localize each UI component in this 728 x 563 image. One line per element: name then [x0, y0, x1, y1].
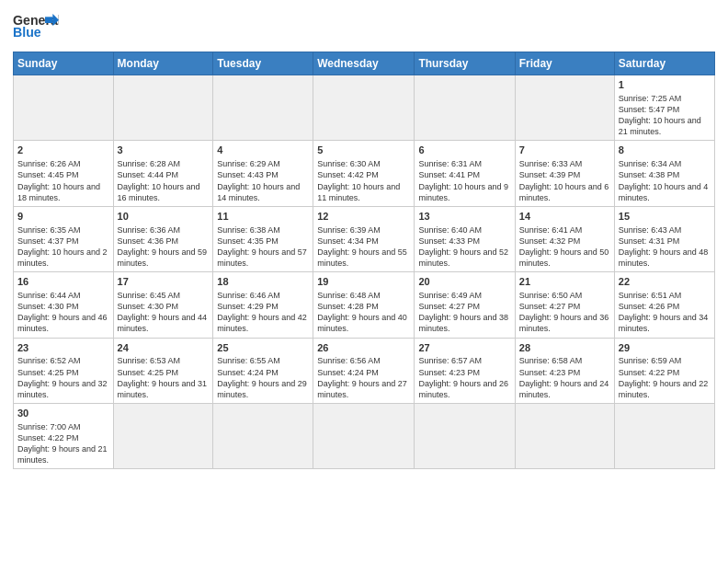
day-info: Sunrise: 6:28 AM Sunset: 4:44 PM Dayligh… — [118, 158, 210, 203]
day-number: 30 — [17, 407, 109, 420]
calendar-day-cell: 26Sunrise: 6:56 AM Sunset: 4:24 PM Dayli… — [313, 338, 415, 403]
day-number: 11 — [217, 210, 309, 224]
day-number: 12 — [317, 210, 410, 224]
calendar-day-cell — [415, 75, 515, 141]
day-number: 9 — [17, 210, 109, 224]
calendar-table: SundayMondayTuesdayWednesdayThursdayFrid… — [13, 52, 715, 469]
day-number: 7 — [519, 144, 610, 157]
calendar-day-cell: 13Sunrise: 6:40 AM Sunset: 4:33 PM Dayli… — [415, 206, 515, 271]
calendar-week-row: 16Sunrise: 6:44 AM Sunset: 4:30 PM Dayli… — [14, 272, 715, 338]
svg-text:Blue: Blue — [13, 25, 41, 40]
day-info: Sunrise: 6:59 AM Sunset: 4:22 PM Dayligh… — [619, 355, 711, 400]
header: General Blue — [13, 9, 715, 46]
calendar-day-cell — [14, 75, 114, 141]
day-number: 16 — [17, 275, 109, 289]
day-info: Sunrise: 6:53 AM Sunset: 4:25 PM Dayligh… — [118, 355, 210, 400]
day-number: 4 — [217, 144, 309, 157]
day-info: Sunrise: 6:41 AM Sunset: 4:32 PM Dayligh… — [519, 224, 610, 270]
day-info: Sunrise: 6:26 AM Sunset: 4:45 PM Dayligh… — [17, 158, 109, 203]
calendar-day-cell: 18Sunrise: 6:46 AM Sunset: 4:29 PM Dayli… — [213, 272, 313, 338]
day-number: 19 — [317, 275, 410, 289]
day-info: Sunrise: 6:30 AM Sunset: 4:42 PM Dayligh… — [317, 158, 410, 203]
day-info: Sunrise: 7:00 AM Sunset: 4:22 PM Dayligh… — [17, 421, 109, 466]
calendar-day-cell: 15Sunrise: 6:43 AM Sunset: 4:31 PM Dayli… — [614, 206, 714, 271]
day-info: Sunrise: 6:57 AM Sunset: 4:23 PM Dayligh… — [418, 355, 510, 400]
calendar-day-cell: 22Sunrise: 6:51 AM Sunset: 4:26 PM Dayli… — [614, 272, 714, 338]
day-info: Sunrise: 6:39 AM Sunset: 4:34 PM Dayligh… — [317, 224, 410, 270]
day-number: 24 — [118, 341, 210, 355]
day-info: Sunrise: 6:58 AM Sunset: 4:23 PM Dayligh… — [519, 355, 610, 400]
calendar-day-cell: 29Sunrise: 6:59 AM Sunset: 4:22 PM Dayli… — [614, 338, 714, 403]
calendar-day-cell — [313, 404, 415, 469]
day-number: 8 — [619, 144, 711, 157]
day-info: Sunrise: 7:25 AM Sunset: 5:47 PM Dayligh… — [619, 93, 711, 138]
calendar-day-cell: 19Sunrise: 6:48 AM Sunset: 4:28 PM Dayli… — [313, 272, 415, 338]
calendar-day-cell: 6Sunrise: 6:31 AM Sunset: 4:41 PM Daylig… — [415, 141, 515, 206]
calendar-day-cell: 8Sunrise: 6:34 AM Sunset: 4:38 PM Daylig… — [614, 141, 714, 206]
day-number: 27 — [418, 341, 510, 355]
calendar-day-cell: 5Sunrise: 6:30 AM Sunset: 4:42 PM Daylig… — [313, 141, 415, 206]
day-number: 13 — [418, 210, 510, 224]
logo: General Blue — [13, 9, 59, 46]
day-number: 21 — [519, 275, 610, 289]
day-number: 10 — [118, 210, 210, 224]
calendar-day-cell — [515, 404, 614, 469]
day-info: Sunrise: 6:51 AM Sunset: 4:26 PM Dayligh… — [619, 290, 711, 335]
calendar-day-cell: 16Sunrise: 6:44 AM Sunset: 4:30 PM Dayli… — [14, 272, 114, 338]
weekday-header: Sunday — [14, 52, 114, 75]
day-info: Sunrise: 6:38 AM Sunset: 4:35 PM Dayligh… — [217, 224, 309, 270]
calendar-day-cell: 11Sunrise: 6:38 AM Sunset: 4:35 PM Dayli… — [213, 206, 313, 271]
calendar-week-row: 9Sunrise: 6:35 AM Sunset: 4:37 PM Daylig… — [14, 206, 715, 271]
calendar-day-cell: 23Sunrise: 6:52 AM Sunset: 4:25 PM Dayli… — [14, 338, 114, 403]
calendar-week-row: 23Sunrise: 6:52 AM Sunset: 4:25 PM Dayli… — [14, 338, 715, 403]
day-info: Sunrise: 6:49 AM Sunset: 4:27 PM Dayligh… — [418, 290, 510, 335]
calendar-day-cell — [313, 75, 415, 141]
calendar-day-cell: 27Sunrise: 6:57 AM Sunset: 4:23 PM Dayli… — [415, 338, 515, 403]
day-number: 5 — [317, 144, 410, 157]
day-info: Sunrise: 6:43 AM Sunset: 4:31 PM Dayligh… — [619, 224, 711, 270]
weekday-header: Saturday — [614, 52, 714, 75]
calendar-day-cell: 24Sunrise: 6:53 AM Sunset: 4:25 PM Dayli… — [113, 338, 213, 403]
day-info: Sunrise: 6:31 AM Sunset: 4:41 PM Dayligh… — [418, 158, 510, 203]
calendar-day-cell — [113, 75, 213, 141]
day-number: 3 — [118, 144, 210, 157]
weekday-header: Tuesday — [213, 52, 313, 75]
weekday-header: Wednesday — [313, 52, 415, 75]
calendar-day-cell: 2Sunrise: 6:26 AM Sunset: 4:45 PM Daylig… — [14, 141, 114, 206]
calendar-day-cell: 4Sunrise: 6:29 AM Sunset: 4:43 PM Daylig… — [213, 141, 313, 206]
calendar-day-cell: 17Sunrise: 6:45 AM Sunset: 4:30 PM Dayli… — [113, 272, 213, 338]
day-info: Sunrise: 6:56 AM Sunset: 4:24 PM Dayligh… — [317, 355, 410, 400]
calendar-day-cell — [213, 75, 313, 141]
day-info: Sunrise: 6:34 AM Sunset: 4:38 PM Dayligh… — [619, 158, 711, 203]
calendar-day-cell: 7Sunrise: 6:33 AM Sunset: 4:39 PM Daylig… — [515, 141, 614, 206]
day-number: 1 — [619, 78, 711, 92]
calendar-day-cell: 30Sunrise: 7:00 AM Sunset: 4:22 PM Dayli… — [14, 404, 114, 469]
logo-svg: General Blue — [13, 9, 59, 46]
day-number: 2 — [17, 144, 109, 157]
day-number: 20 — [418, 275, 510, 289]
calendar-week-row: 2Sunrise: 6:26 AM Sunset: 4:45 PM Daylig… — [14, 141, 715, 206]
calendar-day-cell: 1Sunrise: 7:25 AM Sunset: 5:47 PM Daylig… — [614, 75, 714, 141]
svg-rect-2 — [45, 17, 52, 23]
calendar-day-cell: 25Sunrise: 6:55 AM Sunset: 4:24 PM Dayli… — [213, 338, 313, 403]
day-info: Sunrise: 6:46 AM Sunset: 4:29 PM Dayligh… — [217, 290, 309, 335]
day-info: Sunrise: 6:48 AM Sunset: 4:28 PM Dayligh… — [317, 290, 410, 335]
calendar-day-cell: 12Sunrise: 6:39 AM Sunset: 4:34 PM Dayli… — [313, 206, 415, 271]
day-number: 17 — [118, 275, 210, 289]
page: General Blue SundayMondayTuesdayWednesda… — [0, 0, 728, 563]
day-info: Sunrise: 6:52 AM Sunset: 4:25 PM Dayligh… — [17, 355, 109, 400]
weekday-header: Monday — [113, 52, 213, 75]
day-info: Sunrise: 6:36 AM Sunset: 4:36 PM Dayligh… — [118, 224, 210, 270]
day-number: 23 — [17, 341, 109, 355]
day-info: Sunrise: 6:44 AM Sunset: 4:30 PM Dayligh… — [17, 290, 109, 335]
day-info: Sunrise: 6:33 AM Sunset: 4:39 PM Dayligh… — [519, 158, 610, 203]
calendar-week-row: 1Sunrise: 7:25 AM Sunset: 5:47 PM Daylig… — [14, 75, 715, 141]
calendar-day-cell: 10Sunrise: 6:36 AM Sunset: 4:36 PM Dayli… — [113, 206, 213, 271]
calendar-day-cell: 14Sunrise: 6:41 AM Sunset: 4:32 PM Dayli… — [515, 206, 614, 271]
calendar-day-cell: 3Sunrise: 6:28 AM Sunset: 4:44 PM Daylig… — [113, 141, 213, 206]
calendar-week-row: 30Sunrise: 7:00 AM Sunset: 4:22 PM Dayli… — [14, 404, 715, 469]
day-number: 14 — [519, 210, 610, 224]
calendar-day-cell: 20Sunrise: 6:49 AM Sunset: 4:27 PM Dayli… — [415, 272, 515, 338]
calendar-day-cell — [113, 404, 213, 469]
day-number: 22 — [619, 275, 711, 289]
